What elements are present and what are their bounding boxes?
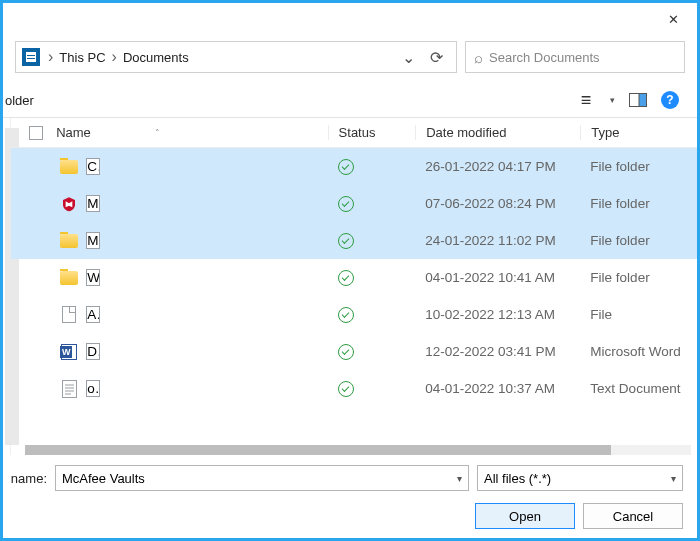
row-name-cell: McAfee Vaults bbox=[56, 195, 328, 213]
chevron-down-icon: ⌄ bbox=[402, 48, 415, 67]
row-date-cell: 04-01-2022 10:41 AM bbox=[415, 270, 580, 285]
open-button[interactable]: Open bbox=[475, 503, 575, 529]
file-row[interactable]: WebCam Media04-01-2022 10:41 AMFile fold… bbox=[11, 259, 697, 296]
chevron-down-icon: ▾ bbox=[671, 473, 676, 484]
row-name-text: Microsoft Hardware bbox=[86, 232, 100, 249]
text-file-icon bbox=[60, 380, 78, 398]
scrollbar-thumb[interactable] bbox=[25, 445, 611, 455]
close-icon: ✕ bbox=[668, 12, 679, 27]
svg-rect-1 bbox=[639, 94, 647, 107]
search-icon: ⌕ bbox=[474, 49, 483, 66]
sort-indicator-icon: ˄ bbox=[155, 128, 160, 138]
status-ok-icon bbox=[338, 307, 354, 323]
row-type-cell: Text Document bbox=[580, 381, 697, 396]
search-box[interactable]: ⌕ bbox=[465, 41, 685, 73]
row-name-text: Custom Office Templates bbox=[86, 158, 100, 175]
row-status-cell bbox=[328, 307, 416, 323]
row-type-cell: Microsoft Word bbox=[580, 344, 697, 359]
status-ok-icon bbox=[338, 159, 354, 175]
file-icon bbox=[60, 306, 78, 324]
status-ok-icon bbox=[338, 381, 354, 397]
column-status[interactable]: Status bbox=[328, 125, 416, 140]
folder-icon bbox=[60, 232, 78, 250]
breadcrumb-sep-icon: › bbox=[46, 48, 55, 66]
file-pane: Name ˄ Status Date modified Type Custom … bbox=[11, 118, 697, 455]
row-type-cell: File folder bbox=[580, 270, 697, 285]
row-status-cell bbox=[328, 159, 416, 175]
chevron-down-icon: ▾ bbox=[457, 473, 462, 484]
refresh-icon: ⟳ bbox=[430, 48, 443, 67]
chevron-down-icon: ▾ bbox=[610, 95, 615, 105]
row-name-text: Draft Submission - Resveratrol for Ski..… bbox=[86, 343, 100, 360]
svg-rect-2 bbox=[62, 380, 76, 397]
file-row[interactable]: office id.txt04-01-2022 10:37 AMText Doc… bbox=[11, 370, 697, 407]
search-input[interactable] bbox=[483, 50, 676, 65]
toolbar-row: older ≡ ▾ ? bbox=[3, 83, 697, 117]
file-open-dialog: ✕ › This PC › Documents ⌄ ⟳ ⌕ older ≡ ▾ bbox=[0, 0, 700, 541]
view-menu-dropdown[interactable]: ▾ bbox=[605, 87, 619, 113]
filename-value: McAfee Vaults bbox=[62, 471, 145, 486]
select-all-checkbox[interactable] bbox=[29, 126, 56, 140]
row-name-cell: Custom Office Templates bbox=[56, 158, 328, 176]
breadcrumb-current[interactable]: Documents bbox=[119, 50, 193, 65]
file-row[interactable]: Custom Office Templates26-01-2022 04:17 … bbox=[11, 148, 697, 185]
row-date-cell: 24-01-2022 11:02 PM bbox=[415, 233, 580, 248]
address-bar[interactable]: › This PC › Documents ⌄ ⟳ bbox=[15, 41, 457, 73]
row-date-cell: 10-02-2022 12:13 AM bbox=[415, 307, 580, 322]
row-date-cell: 26-01-2022 04:17 PM bbox=[415, 159, 580, 174]
close-button[interactable]: ✕ bbox=[653, 5, 693, 33]
row-status-cell bbox=[328, 270, 416, 286]
column-date[interactable]: Date modified bbox=[415, 125, 580, 140]
row-name-cell: WebCam Media bbox=[56, 269, 328, 287]
file-row[interactable]: Draft Submission - Resveratrol for Ski..… bbox=[11, 333, 697, 370]
row-status-cell bbox=[328, 196, 416, 212]
mcafee-icon bbox=[60, 195, 78, 213]
row-name-cell: Draft Submission - Resveratrol for Ski..… bbox=[56, 343, 328, 361]
row-name-text: McAfee Vaults bbox=[86, 195, 100, 212]
column-name[interactable]: Name ˄ bbox=[56, 125, 327, 140]
history-dropdown[interactable]: ⌄ bbox=[394, 43, 422, 71]
status-ok-icon bbox=[338, 196, 354, 212]
row-name-cell: office id.txt bbox=[56, 380, 328, 398]
row-type-cell: File folder bbox=[580, 233, 697, 248]
folder-icon bbox=[60, 269, 78, 287]
column-headers: Name ˄ Status Date modified Type bbox=[11, 118, 697, 148]
row-status-cell bbox=[328, 344, 416, 360]
breadcrumb-root[interactable]: This PC bbox=[55, 50, 109, 65]
help-icon: ? bbox=[661, 91, 679, 109]
navigation-pane[interactable] bbox=[3, 118, 11, 455]
status-ok-icon bbox=[338, 233, 354, 249]
file-row[interactable]: AD_Port10-02-2022 12:13 AMFile bbox=[11, 296, 697, 333]
view-menu[interactable]: ≡ bbox=[573, 87, 599, 113]
row-date-cell: 04-01-2022 10:37 AM bbox=[415, 381, 580, 396]
row-name-text: office id.txt bbox=[86, 380, 100, 397]
row-name-cell: Microsoft Hardware bbox=[56, 232, 328, 250]
column-type[interactable]: Type bbox=[580, 125, 697, 140]
navigation-row: › This PC › Documents ⌄ ⟳ ⌕ bbox=[3, 35, 697, 83]
preview-pane-button[interactable] bbox=[625, 87, 651, 113]
preview-pane-icon bbox=[629, 93, 647, 107]
status-ok-icon bbox=[338, 270, 354, 286]
folder-icon bbox=[60, 158, 78, 176]
filetype-filter[interactable]: All files (*.*) ▾ bbox=[477, 465, 683, 491]
nav-pane-label: older bbox=[5, 93, 34, 108]
row-type-cell: File bbox=[580, 307, 697, 322]
help-button[interactable]: ? bbox=[657, 87, 683, 113]
titlebar: ✕ bbox=[3, 3, 697, 35]
file-list: Custom Office Templates26-01-2022 04:17 … bbox=[11, 148, 697, 407]
row-date-cell: 07-06-2022 08:24 PM bbox=[415, 196, 580, 211]
row-status-cell bbox=[328, 233, 416, 249]
filename-combobox[interactable]: McAfee Vaults ▾ bbox=[55, 465, 469, 491]
filename-label: name: bbox=[3, 471, 47, 486]
horizontal-scrollbar[interactable] bbox=[25, 445, 691, 455]
breadcrumb-sep-icon: › bbox=[110, 48, 119, 66]
file-row[interactable]: Microsoft Hardware24-01-2022 11:02 PMFil… bbox=[11, 222, 697, 259]
row-name-cell: AD_Port bbox=[56, 306, 328, 324]
row-status-cell bbox=[328, 381, 416, 397]
filter-value: All files (*.*) bbox=[484, 471, 551, 486]
cancel-button[interactable]: Cancel bbox=[583, 503, 683, 529]
row-name-text: WebCam Media bbox=[86, 269, 100, 286]
file-row[interactable]: McAfee Vaults07-06-2022 08:24 PMFile fol… bbox=[11, 185, 697, 222]
row-date-cell: 12-02-2022 03:41 PM bbox=[415, 344, 580, 359]
refresh-button[interactable]: ⟳ bbox=[422, 43, 450, 71]
